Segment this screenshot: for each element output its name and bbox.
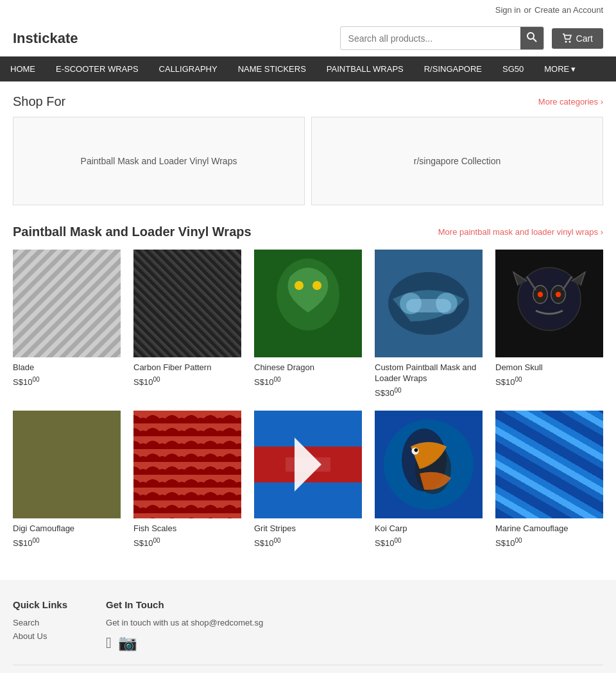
svg-line-1 (533, 38, 536, 42)
svg-point-3 (569, 40, 570, 42)
category-paintball[interactable]: Paintball Mask and Loader Vinyl Wraps (13, 117, 305, 205)
product-image-demon (495, 250, 603, 357)
product-price-custom: S$3000 (375, 387, 483, 398)
svg-point-7 (312, 281, 321, 290)
product-price-demon: S$1000 (495, 376, 603, 387)
product-price-koi-carp: S$1000 (375, 537, 483, 548)
product-fish-scales[interactable]: Fish Scales S$1000 (133, 411, 241, 548)
product-digi-camo[interactable]: Digi Camouflage S$1000 (13, 411, 121, 548)
product-custom[interactable]: Custom Paintball Mask and Loader Wraps S… (375, 250, 483, 398)
signin-link[interactable]: Sign in (495, 5, 521, 15)
nav-e-scooter-wraps[interactable]: E-SCOOTER WRAPS (46, 56, 149, 81)
svg-point-17 (538, 292, 543, 297)
product-image-marine-camo (495, 411, 603, 518)
nav-home[interactable]: HOME (0, 56, 46, 81)
product-name-grit-stripes: Grit Stripes (254, 524, 362, 534)
get-in-touch-heading: Get In Touch (106, 599, 263, 610)
product-image-digi-camo (13, 411, 121, 518)
search-input[interactable] (341, 28, 520, 49)
product-name-marine-camo: Marine Camouflage (495, 524, 603, 534)
product-image-grit-stripes (254, 411, 362, 518)
product-grit-stripes[interactable]: Grit Stripes S$1000 (254, 411, 362, 548)
product-price-carbon: S$1000 (133, 376, 241, 387)
svg-rect-20 (254, 411, 362, 447)
product-name-dragon: Chinese Dragon (254, 362, 362, 373)
product-name-demon: Demon Skull (495, 362, 603, 373)
dragon-svg (254, 250, 362, 357)
product-koi-carp[interactable]: Koi Carp S$1000 (375, 411, 483, 548)
product-image-koi-carp (375, 411, 483, 518)
search-icon (527, 32, 537, 42)
product-price-blade: S$1000 (13, 376, 121, 387)
or-separator: or (524, 5, 531, 15)
product-name-blade: Blade (13, 362, 121, 373)
nav-calligraphy[interactable]: CALLIGRAPHY (149, 56, 228, 81)
footer-get-in-touch: Get In Touch Get in touch with us at sho… (106, 599, 263, 652)
product-marine-camo[interactable]: Marine Camouflage S$1000 (495, 411, 603, 548)
instagram-icon[interactable]: 📷 (118, 634, 137, 652)
svg-rect-23 (286, 457, 330, 472)
product-name-digi-camo: Digi Camouflage (13, 524, 121, 534)
nav-sg50[interactable]: SG50 (492, 56, 534, 81)
product-image-dragon (254, 250, 362, 357)
cart-label: Cart (576, 33, 593, 44)
shop-for-heading: Shop For (13, 94, 65, 109)
nav-more[interactable]: MORE ▾ (534, 56, 586, 81)
product-demon[interactable]: Demon Skull S$1000 (495, 250, 603, 398)
create-account-link[interactable]: Create an Account (535, 5, 603, 15)
quick-links-heading: Quick Links (13, 599, 67, 610)
svg-point-2 (565, 40, 567, 42)
product-name-custom: Custom Paintball Mask and Loader Wraps (375, 362, 483, 384)
product-name-koi-carp: Koi Carp (375, 524, 483, 534)
product-image-custom (375, 250, 483, 357)
category-rsingapore[interactable]: r/singapore Collection (311, 117, 603, 205)
main-nav: HOME E-SCOOTER WRAPS CALLIGRAPHY NAME ST… (0, 56, 616, 81)
product-price-marine-camo: S$1000 (495, 537, 603, 548)
product-image-blade (13, 250, 121, 357)
product-price-digi-camo: S$1000 (13, 537, 121, 548)
products-grid: Blade S$1000 Carbon Fiber Pattern S$1000 (13, 250, 603, 548)
svg-rect-21 (254, 482, 362, 518)
product-price-dragon: S$1000 (254, 376, 362, 387)
demon-svg (495, 250, 603, 357)
more-categories-link[interactable]: More categories › (538, 97, 603, 106)
product-carbon[interactable]: Carbon Fiber Pattern S$1000 (133, 250, 241, 398)
koi-svg (375, 411, 483, 518)
nav-r-singapore[interactable]: R/SINGAPORE (414, 56, 492, 81)
footer: Quick Links Search About Us Get In Touch… (0, 580, 616, 673)
product-price-fish-scales: S$1000 (133, 537, 241, 548)
cart-button[interactable]: Cart (552, 28, 603, 49)
svg-point-6 (295, 281, 304, 290)
svg-point-29 (415, 448, 418, 452)
more-paintball-link[interactable]: More paintball mask and loader vinyl wra… (438, 227, 603, 237)
grit-svg (254, 411, 362, 518)
chevron-down-icon: ▾ (571, 64, 576, 74)
get-in-touch-text: Get in touch with us at shop@redcomet.sg (106, 618, 263, 627)
facebook-icon[interactable]:  (106, 634, 112, 652)
footer-about-link[interactable]: About Us (13, 631, 67, 641)
social-icons:  📷 (106, 634, 263, 652)
product-image-carbon (133, 250, 241, 357)
product-dragon[interactable]: Chinese Dragon S$1000 (254, 250, 362, 398)
nav-paintball-wraps[interactable]: PAINTBALL WRAPS (316, 56, 414, 81)
search-button[interactable] (520, 27, 543, 49)
svg-point-18 (556, 292, 561, 297)
product-price-grit-stripes: S$1000 (254, 537, 362, 548)
product-name-fish-scales: Fish Scales (133, 524, 241, 534)
product-name-carbon: Carbon Fiber Pattern (133, 362, 241, 373)
nav-name-stickers[interactable]: NAME STICKERS (228, 56, 316, 81)
cart-icon (562, 33, 572, 44)
footer-quick-links: Quick Links Search About Us (13, 599, 67, 652)
logo[interactable]: Instickate (13, 30, 78, 47)
svg-point-0 (527, 33, 534, 39)
svg-rect-12 (406, 299, 451, 312)
footer-search-link[interactable]: Search (13, 618, 67, 627)
product-blade[interactable]: Blade S$1000 (13, 250, 121, 398)
custom-svg (375, 250, 483, 357)
product-image-fish-scales (133, 411, 241, 518)
paintball-section-heading: Paintball Mask and Loader Vinyl Wraps (13, 225, 252, 239)
